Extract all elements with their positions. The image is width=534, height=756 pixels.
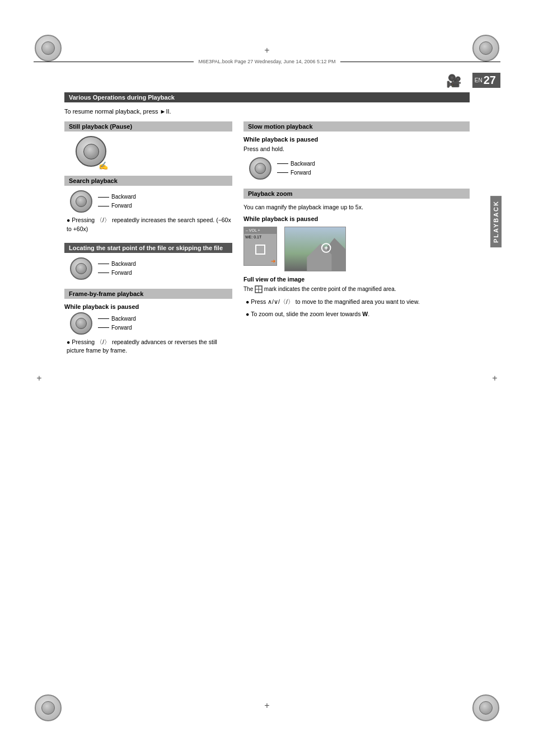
zoom-images-container: – VOL + WE: 0.1T ➔ (243, 227, 470, 271)
still-playback-joystick: ✍ (76, 136, 106, 167)
page-lang-label: EN (475, 77, 483, 83)
slow-joystick-labels: Backward Forward (277, 159, 315, 177)
zoom-display-body: WE: 0.1T ➔ (244, 234, 277, 265)
cross-mark-right (489, 373, 500, 384)
intro-text: To resume normal playback, press ►II. (64, 108, 470, 115)
left-column: Still playback (Pause) ✍ Search playback (64, 121, 232, 364)
right-column: Slow motion playback While playback is p… (243, 121, 470, 364)
locating-joystick-labels: Backward Forward (98, 260, 136, 278)
file-info-text: M6E3PAL.book Page 27 Wednesday, June 14,… (194, 59, 340, 64)
search-playback-header: Search playback (64, 176, 232, 186)
locating-forward-label: Forward (111, 269, 132, 278)
zoom-magnified-image (284, 227, 346, 271)
finger-icon: ✍ (99, 161, 108, 170)
locating-backward-label: Backward (111, 260, 136, 269)
zoom-vol-text: – VOL + (246, 228, 260, 232)
frame-by-frame-header: Frame-by-frame playback (64, 289, 232, 299)
frame-backward-line: Backward (98, 314, 136, 323)
zoom-arrow-icon: ➔ (271, 258, 275, 264)
full-view-text: The mark indicates the centre point of t… (243, 285, 470, 293)
locating-title: Locating the start point of the file or … (69, 245, 223, 251)
search-playback-section: Search playback Backward Forward (64, 176, 232, 234)
two-column-layout: Still playback (Pause) ✍ Search playback (64, 121, 470, 364)
slow-forward-label: Forward (291, 168, 311, 177)
slow-joystick (249, 157, 271, 180)
frame-while-paused: While playback is paused (64, 303, 232, 310)
playback-zoom-header: Playback zoom (243, 189, 470, 199)
locating-joystick (70, 257, 92, 280)
frame-bullet: Pressing 〈/〉 repeatedly advances or reve… (64, 338, 232, 356)
search-bullet: Pressing 〈/〉 repeatedly increases the se… (64, 216, 232, 234)
search-joystick-labels: Backward Forward (98, 192, 136, 210)
corner-decoration-br (472, 694, 499, 721)
locating-header: Locating the start point of the file or … (64, 243, 232, 253)
frame-forward-line: Forward (98, 323, 136, 332)
zoom-bullet1: Press ∧/∨/〈/〉 to move to the magnified a… (243, 298, 470, 307)
search-forward-label: Forward (111, 201, 132, 210)
locating-joystick-container: Backward Forward (70, 257, 232, 280)
page-number-badge: EN 27 (472, 73, 500, 88)
main-title: Various Operations during Playback (64, 92, 470, 102)
corner-decoration-bl (35, 694, 62, 721)
search-backward-line: Backward (98, 192, 136, 201)
slow-motion-section: Slow motion playback While playback is p… (243, 121, 470, 180)
frame-backward-label: Backward (111, 314, 136, 323)
cross-mark-top (261, 45, 273, 56)
slow-press-hold: Press and hold. (243, 145, 470, 154)
still-playback-section: Still playback (Pause) ✍ (64, 121, 232, 167)
zoom-rect (255, 245, 265, 255)
page-number: 27 (484, 74, 496, 87)
still-playback-header: Still playback (Pause) (64, 121, 232, 132)
cross-mark-left (34, 373, 45, 384)
full-view-label: Full view of the image (243, 276, 470, 283)
slow-forward-line: Forward (277, 168, 315, 177)
zoom-intro: You can magnify the playback image up to… (243, 203, 470, 212)
playback-zoom-section: Playback zoom You can magnify the playba… (243, 189, 470, 319)
camera-icon: 🎥 (446, 74, 461, 88)
frame-joystick-labels: Backward Forward (98, 314, 136, 332)
zoom-we-label: WE: 0.1T (245, 235, 261, 239)
search-backward-label: Backward (111, 192, 136, 201)
zoom-left-panel: – VOL + WE: 0.1T ➔ (243, 227, 280, 266)
main-content-area: Various Operations during Playback To re… (64, 92, 470, 689)
frame-forward-label: Forward (111, 323, 132, 332)
zoom-image-svg (285, 227, 345, 271)
search-joystick-container: Backward Forward (70, 190, 232, 213)
slow-backward-line: Backward (277, 159, 315, 168)
zoom-display-header: – VOL + (244, 227, 277, 234)
zoom-bullet2: To zoom out, slide the zoom lever toward… (243, 310, 470, 319)
locating-backward-line: Backward (98, 260, 136, 269)
locating-section: Locating the start point of the file or … (64, 243, 232, 280)
frame-joystick-container: Backward Forward (70, 312, 232, 335)
file-info-bar: M6E3PAL.book Page 27 Wednesday, June 14,… (34, 56, 500, 67)
frame-by-frame-section: Frame-by-frame playback While playback i… (64, 289, 232, 356)
zoom-image-content (285, 227, 345, 271)
zoom-while-paused: While playback is paused (243, 215, 470, 222)
slow-joystick-container: Backward Forward (249, 157, 470, 180)
frame-joystick (70, 312, 92, 335)
center-mark-icon (255, 285, 263, 293)
full-view-description: mark indicates the centre point of the m… (264, 286, 396, 292)
cross-mark-bottom (261, 700, 273, 711)
slow-while-paused: While playback is paused (243, 136, 470, 143)
zoom-display: – VOL + WE: 0.1T ➔ (243, 227, 277, 266)
playback-section-label: PLAYBACK (490, 196, 502, 247)
search-forward-line: Forward (98, 201, 136, 210)
slow-motion-header: Slow motion playback (243, 121, 470, 132)
slow-backward-label: Backward (291, 159, 315, 168)
locating-forward-line: Forward (98, 269, 136, 278)
search-joystick (70, 190, 92, 213)
